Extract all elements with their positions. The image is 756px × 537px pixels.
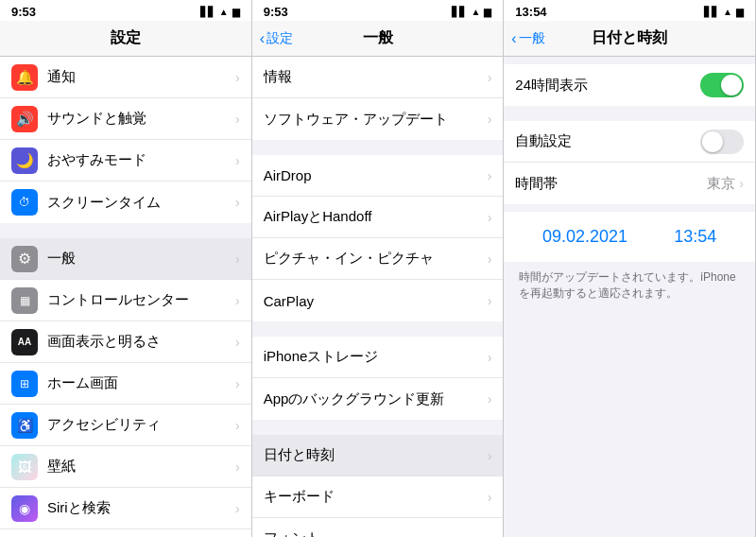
wifi-icon3: ▲: [723, 7, 732, 17]
fonts-label: フォント: [264, 529, 488, 537]
chevron-icon: ›: [235, 293, 240, 308]
airdrop-label: AirDrop: [264, 167, 488, 183]
general-group-2: AirDrop › AirPlayとHandoff › ピクチャ・イン・ピクチャ…: [252, 155, 504, 321]
divider: [0, 231, 251, 238]
acc-icon: ♿: [11, 412, 38, 439]
siri-label: Siriと検索: [47, 499, 235, 517]
battery-icon3: ▆: [484, 7, 491, 17]
chevron-icon: ›: [739, 176, 744, 191]
general-list: 情報 › ソフトウェア・アップデート › AirDrop › AirPlayとH…: [252, 57, 504, 537]
group-2: ⚙ 一般 › ▦ コントロールセンター › AA 画面表示と明るさ › ⊞ ホー…: [0, 238, 251, 537]
time-1: 9:53: [11, 5, 36, 19]
chevron-icon: ›: [488, 350, 492, 365]
time-3: 13:54: [515, 5, 546, 19]
back-button-2[interactable]: ‹ 設定: [260, 30, 293, 47]
autoset-toggle[interactable]: [700, 130, 744, 154]
general-group-3: iPhoneストレージ › Appのバックグラウンド更新 ›: [252, 337, 504, 420]
item-homescreen[interactable]: ⊞ ホーム画面 ›: [0, 363, 251, 405]
nav-bar-2: ‹ 設定 一般: [252, 21, 504, 57]
dt-group-2: 自動設定 時間帯 東京 ›: [504, 121, 755, 204]
item-notifications[interactable]: 🔔 通知 ›: [0, 57, 251, 98]
wallpaper-icon: 🖼: [11, 454, 38, 480]
back-chevron-2: ‹: [260, 30, 265, 47]
wifi-icon: ▲: [219, 7, 229, 17]
home-icon: ⊞: [11, 371, 38, 397]
chevron-icon: ›: [488, 251, 492, 267]
item-controlcenter[interactable]: ▦ コントロールセンター ›: [0, 280, 251, 321]
time-value: 13:54: [674, 227, 716, 247]
bgrefresh-label: Appのバックグラウンド更新: [264, 390, 488, 408]
item-bgrefresh[interactable]: Appのバックグラウンド更新 ›: [252, 378, 504, 420]
acc-label: アクセシビリティ: [47, 416, 235, 434]
item-datetime[interactable]: 日付と時刻 ›: [252, 435, 504, 476]
back-button-3[interactable]: ‹ 一般: [511, 30, 544, 47]
notifications-icon: 🔔: [11, 64, 38, 91]
item-keyboard[interactable]: キーボード ›: [252, 476, 504, 518]
chevron-icon: ›: [488, 293, 492, 308]
item-timezone[interactable]: 時間帯 東京 ›: [504, 163, 755, 204]
chevron-icon: ›: [235, 251, 240, 267]
toggle-knob: [721, 75, 742, 95]
general-label: 一般: [47, 250, 235, 268]
item-wallpaper[interactable]: 🖼 壁紙 ›: [0, 446, 251, 488]
item-siri[interactable]: ◉ Siriと検索 ›: [0, 488, 251, 529]
divider: [252, 427, 504, 435]
item-info[interactable]: 情報 ›: [252, 57, 504, 98]
display-icon: AA: [11, 329, 38, 355]
item-24hour[interactable]: 24時間表示: [504, 64, 755, 106]
timezone-label: 時間帯: [515, 175, 707, 193]
signal-icon2: ▋▋: [452, 7, 467, 17]
general-group-4: 日付と時刻 › キーボード › フォント › 言語と地域 › 辞書 ›: [252, 435, 504, 537]
divider: [252, 147, 504, 155]
panel2-title: 一般: [363, 28, 393, 48]
item-screentime[interactable]: ⏱ スクリーンタイム ›: [0, 182, 251, 223]
notifications-label: 通知: [47, 68, 235, 86]
battery-icon: ▆: [232, 7, 240, 17]
divider: [504, 113, 755, 121]
airplay-label: AirPlayとHandoff: [264, 208, 488, 226]
item-donotdisturb[interactable]: 🌙 おやすみモード ›: [0, 140, 251, 182]
item-general[interactable]: ⚙ 一般 ›: [0, 238, 251, 280]
chevron-icon: ›: [235, 376, 240, 391]
item-carplay[interactable]: CarPlay ›: [252, 280, 504, 321]
panel1-title: 設定: [111, 28, 141, 48]
general-panel: 9:53 ▋▋ ▲ ▆ ‹ 設定 一般 情報 › ソフトウェア・アップデート ›: [252, 0, 505, 537]
status-icons-1: ▋▋ ▲ ▆: [200, 7, 240, 17]
toggle-knob-2: [702, 131, 723, 152]
chevron-icon: ›: [488, 448, 492, 463]
status-bar-1: 9:53 ▋▋ ▲ ▆: [0, 0, 251, 21]
item-storage[interactable]: iPhoneストレージ ›: [252, 337, 504, 378]
item-pip[interactable]: ピクチャ・イン・ピクチャ ›: [252, 238, 504, 280]
item-software[interactable]: ソフトウェア・アップデート ›: [252, 98, 504, 140]
divider: [252, 329, 504, 337]
item-faceid[interactable]: 👤 Face IDとパスコード ›: [0, 529, 251, 537]
chevron-icon: ›: [235, 153, 240, 168]
item-fonts[interactable]: フォント ›: [252, 518, 504, 537]
chevron-icon: ›: [488, 168, 492, 183]
item-airdrop[interactable]: AirDrop ›: [252, 155, 504, 197]
item-accessibility[interactable]: ♿ アクセシビリティ ›: [0, 405, 251, 446]
item-airplay[interactable]: AirPlayとHandoff ›: [252, 197, 504, 238]
carplay-label: CarPlay: [264, 293, 488, 309]
screentime-label: スクリーンタイム: [47, 194, 235, 212]
time-2: 9:53: [264, 5, 288, 19]
chevron-icon: ›: [235, 112, 240, 127]
24hour-toggle[interactable]: [700, 73, 744, 97]
signal-icon: ▋▋: [200, 7, 215, 17]
dnd-icon: 🌙: [11, 147, 38, 174]
item-sound[interactable]: 🔊 サウンドと触覚 ›: [0, 98, 251, 140]
chevron-icon: ›: [235, 195, 240, 210]
chevron-icon: ›: [488, 490, 492, 505]
battery-icon4: ▆: [736, 7, 744, 17]
chevron-icon: ›: [235, 418, 240, 433]
item-display[interactable]: AA 画面表示と明るさ ›: [0, 321, 251, 363]
homescreen-label: ホーム画面: [47, 374, 235, 392]
wallpaper-label: 壁紙: [47, 458, 235, 476]
datetime-settings-list: 24時間表示 自動設定 時間帯 東京 › 09.02.2021: [504, 57, 755, 537]
display-label: 画面表示と明るさ: [47, 333, 235, 351]
general-icon: ⚙: [11, 246, 38, 272]
divider-top: [504, 57, 755, 64]
item-autoset[interactable]: 自動設定: [504, 121, 755, 163]
cc-icon: ▦: [11, 287, 38, 314]
info-label: 情報: [264, 68, 488, 86]
